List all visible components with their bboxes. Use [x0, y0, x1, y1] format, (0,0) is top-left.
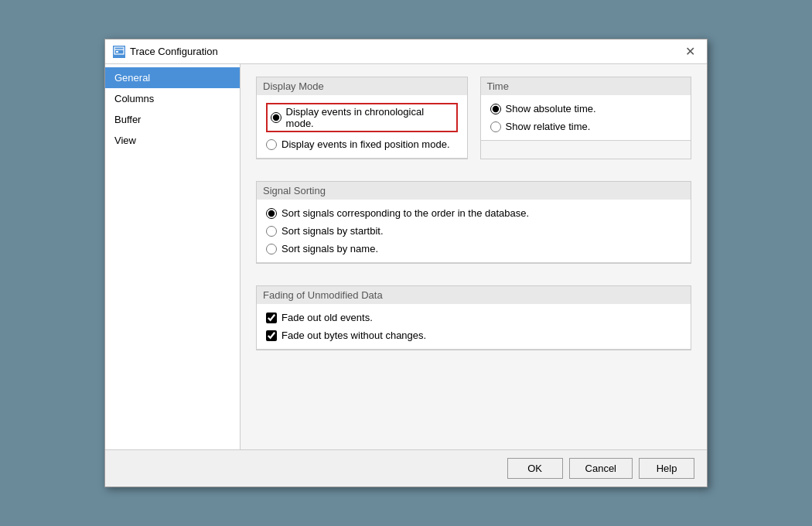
- fading-header: Fading of Unmodified Data: [257, 286, 691, 304]
- time-relative-label: Show relative time.: [506, 121, 591, 132]
- sidebar-item-columns[interactable]: Columns: [105, 88, 240, 109]
- main-content: Display Mode Display events in chronolog…: [241, 64, 707, 449]
- fading-events-label: Fade out old events.: [281, 312, 373, 323]
- fading-bytes-checkbox[interactable]: [266, 330, 277, 341]
- time-absolute-radio[interactable]: [490, 104, 501, 114]
- time-relative-radio[interactable]: [490, 121, 501, 132]
- cancel-button[interactable]: Cancel: [569, 458, 633, 479]
- signal-sorting-name-radio[interactable]: [266, 244, 277, 254]
- signal-sorting-startbit-radio[interactable]: [266, 226, 277, 237]
- signal-sorting-content: Sort signals corresponding to the order …: [257, 200, 691, 263]
- title-bar: Trace Configuration ✕: [105, 39, 707, 64]
- signal-sorting-header: Signal Sorting: [257, 182, 691, 200]
- fading-content: Fade out old events. Fade out bytes with…: [257, 304, 691, 350]
- dialog-footer: OK Cancel Help: [105, 449, 707, 487]
- signal-sorting-name-label: Sort signals by name.: [281, 243, 378, 254]
- signal-sorting-db-radio[interactable]: [266, 208, 277, 219]
- fading-checkbox-group: Fade out old events. Fade out bytes with…: [266, 312, 681, 341]
- sidebar: General Columns Buffer View: [105, 64, 241, 449]
- display-mode-chronological-radio[interactable]: [271, 112, 281, 123]
- sidebar-item-buffer[interactable]: Buffer: [105, 109, 240, 130]
- display-mode-chronological-label: Display events in chronological mode.: [286, 106, 450, 129]
- ok-button[interactable]: OK: [507, 458, 563, 479]
- display-mode-fixed-item[interactable]: Display events in fixed position mode.: [266, 138, 458, 150]
- time-header: Time: [481, 77, 691, 95]
- display-mode-chronological-item[interactable]: Display events in chronological mode.: [266, 103, 458, 132]
- signal-sorting-db-item[interactable]: Sort signals corresponding to the order …: [266, 207, 681, 219]
- highlighted-radio-wrapper: Display events in chronological mode.: [266, 103, 458, 132]
- svg-rect-0: [114, 47, 124, 54]
- time-relative-item[interactable]: Show relative time.: [490, 121, 682, 132]
- display-mode-fixed-radio[interactable]: [266, 139, 277, 150]
- dialog-title: Trace Configuration: [130, 46, 218, 57]
- fading-events-checkbox[interactable]: [266, 313, 277, 323]
- close-button[interactable]: ✕: [681, 43, 699, 61]
- sidebar-item-view[interactable]: View: [105, 130, 240, 151]
- fading-events-item[interactable]: Fade out old events.: [266, 312, 681, 323]
- time-absolute-item[interactable]: Show absolute time.: [490, 103, 682, 114]
- display-mode-content: Display events in chronological mode. Di…: [257, 95, 467, 159]
- signal-sorting-startbit-label: Sort signals by startbit.: [281, 225, 384, 237]
- display-mode-radio-group: Display events in chronological mode. Di…: [266, 103, 458, 150]
- time-radio-group: Show absolute time. Show relative time.: [490, 103, 682, 132]
- sidebar-item-general[interactable]: General: [105, 67, 240, 88]
- top-row: Display Mode Display events in chronolog…: [256, 77, 691, 169]
- signal-sorting-name-item[interactable]: Sort signals by name.: [266, 243, 681, 254]
- display-mode-fixed-label: Display events in fixed position mode.: [281, 138, 450, 150]
- signal-sorting-startbit-item[interactable]: Sort signals by startbit.: [266, 225, 681, 237]
- help-button[interactable]: Help: [639, 458, 694, 479]
- time-section: Time Show absolute time. Show relative t…: [480, 77, 692, 159]
- trace-configuration-dialog: Trace Configuration ✕ General Columns Bu…: [104, 39, 708, 487]
- dialog-body: General Columns Buffer View Display Mode: [105, 64, 707, 449]
- signal-sorting-radio-group: Sort signals corresponding to the order …: [266, 207, 681, 254]
- fading-bytes-item[interactable]: Fade out bytes without changes.: [266, 330, 681, 341]
- signal-sorting-db-label: Sort signals corresponding to the order …: [281, 207, 529, 219]
- fading-bytes-label: Fade out bytes without changes.: [281, 330, 426, 341]
- fading-section: Fading of Unmodified Data Fade out old e…: [256, 285, 691, 350]
- dialog-icon: [113, 46, 125, 58]
- display-mode-header: Display Mode: [257, 77, 467, 95]
- signal-sorting-section: Signal Sorting Sort signals correspondin…: [256, 181, 691, 264]
- svg-rect-2: [116, 51, 118, 53]
- display-mode-section: Display Mode Display events in chronolog…: [256, 77, 468, 159]
- time-absolute-label: Show absolute time.: [506, 103, 596, 114]
- title-bar-left: Trace Configuration: [113, 46, 218, 58]
- time-content: Show absolute time. Show relative time.: [481, 95, 691, 141]
